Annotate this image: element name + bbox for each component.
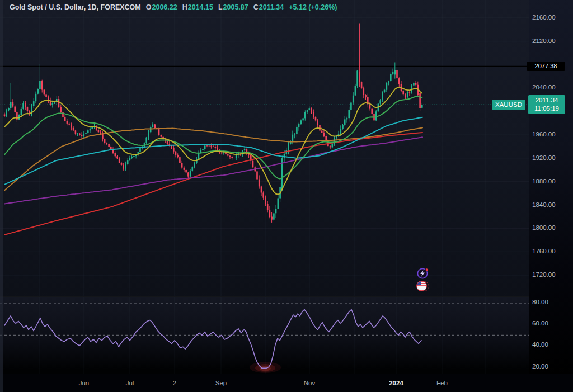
- open-label: O: [146, 3, 152, 11]
- oscillator-scale-tick: 60.00: [532, 320, 548, 327]
- time-axis-label: Jun: [79, 380, 90, 386]
- high-label: H: [182, 3, 187, 11]
- chart-legend: Gold Spot / U.S. Dollar, 1D, FOREXCOM O2…: [10, 3, 337, 11]
- price-scale-tick: 1760.00: [532, 248, 556, 254]
- price-scale-tick: 1960.00: [532, 131, 556, 138]
- low-value: 2005.87: [223, 3, 248, 11]
- close-label: C: [253, 3, 259, 11]
- time-axis-label: Nov: [304, 380, 315, 386]
- us-flag-icon: [416, 281, 427, 291]
- last-price-value: 2011.34: [528, 96, 565, 105]
- price-level-label: 2077.38: [527, 62, 565, 71]
- ohlc-high: H2014.15: [182, 3, 213, 11]
- pane-left-edge: [0, 0, 3, 392]
- price-scale-tick: 1880.00: [532, 178, 556, 185]
- oscillator-canvas[interactable]: [0, 297, 529, 374]
- price-scale-tick: 1840.00: [532, 201, 556, 208]
- price-chart-canvas[interactable]: [0, 0, 529, 296]
- price-scale-tick: 2160.00: [532, 14, 556, 21]
- bar-countdown: 11:05:19: [528, 105, 565, 113]
- symbol-title[interactable]: Gold Spot / U.S. Dollar, 1D, FOREXCOM: [10, 3, 141, 11]
- us-flag-event-icon[interactable]: [416, 281, 430, 293]
- price-scale-tick: 1720.00: [532, 271, 556, 278]
- price-scale[interactable]: USD: [529, 0, 573, 374]
- low-label: L: [218, 3, 223, 11]
- oscillator-scale-tick: 40.00: [532, 341, 548, 348]
- high-value: 2014.15: [188, 3, 213, 11]
- price-pane[interactable]: [0, 0, 529, 296]
- oscillator-scale-tick: 80.00: [532, 299, 548, 305]
- ohlc-close: C2011.34: [253, 3, 284, 11]
- trading-chart-widget: USD Gold Spot / U.S. Dollar, 1D, FOREXCO…: [0, 0, 573, 392]
- price-scale-tick: 1920.00: [532, 154, 556, 161]
- time-axis-label: Sep: [215, 380, 227, 386]
- ohlc-low: L2005.87: [218, 3, 248, 11]
- oscillator-scale-tick: 20.00: [532, 363, 548, 370]
- price-scale-tick: 1800.00: [532, 224, 556, 231]
- time-axis-label: 2: [173, 380, 176, 386]
- last-price-label: 2011.34 11:05:19: [528, 95, 565, 114]
- time-axis-label: Feb: [436, 380, 448, 386]
- change-value: +5.12 (+0.26%): [289, 3, 337, 11]
- flash-event-icon[interactable]: [416, 267, 430, 280]
- lightning-icon: [416, 267, 430, 280]
- oscillator-pane[interactable]: [0, 296, 529, 374]
- open-value: 2006.22: [152, 3, 177, 11]
- price-scale-tick: 2120.00: [532, 37, 556, 44]
- symbol-price-flag: XAUUSD: [492, 100, 525, 110]
- close-value: 2011.34: [259, 3, 284, 11]
- price-scale-tick: 2040.00: [532, 84, 556, 91]
- time-axis-label: 2024: [389, 380, 403, 386]
- time-axis-label: Jul: [126, 380, 134, 386]
- ohlc-open: O2006.22: [146, 3, 177, 11]
